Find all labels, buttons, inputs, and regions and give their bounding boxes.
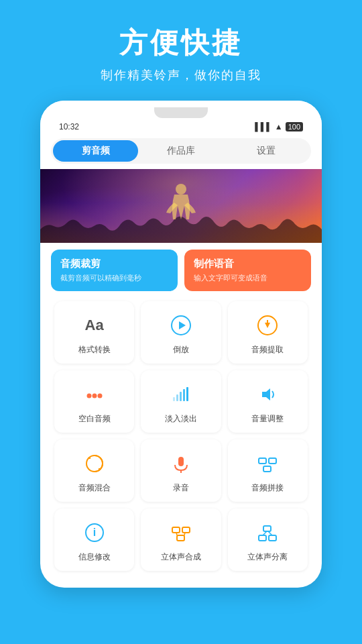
- performer-silhouette: [161, 182, 201, 236]
- svg-point-6: [86, 394, 91, 398]
- fade-label: 淡入淡出: [165, 413, 197, 425]
- format-convert-label: 格式转换: [78, 344, 111, 356]
- svg-point-7: [92, 394, 97, 398]
- card-tts-title: 制作语音: [194, 258, 302, 270]
- mix-label: 音频混合: [78, 482, 111, 494]
- concert-banner: [40, 169, 322, 243]
- svg-rect-24: [182, 527, 190, 533]
- grid-mix[interactable]: 音频混合: [54, 439, 134, 502]
- svg-line-26: [176, 533, 177, 535]
- svg-marker-2: [179, 321, 186, 329]
- splice-label: 音频拼接: [251, 482, 284, 494]
- grid-blank-audio[interactable]: 空白音频: [54, 370, 134, 433]
- grid-reverse[interactable]: 倒放: [141, 301, 221, 364]
- card-cut-audio[interactable]: 音频裁剪 截剪音频可以精确到毫秒: [51, 250, 178, 291]
- svg-rect-20: [263, 466, 271, 472]
- svg-rect-10: [176, 394, 178, 401]
- tab-cut-audio[interactable]: 剪音频: [53, 140, 138, 162]
- grid-info-edit[interactable]: i 信息修改: [54, 508, 134, 571]
- volume-label: 音量调整: [251, 413, 284, 425]
- svg-point-8: [97, 394, 102, 398]
- phone-top: 10:32 ▌▌▌ ▲ 100: [40, 101, 322, 133]
- grid-record[interactable]: 录音: [141, 439, 221, 502]
- card-tts[interactable]: 制作语音 输入文字即可变成语音: [184, 250, 311, 291]
- svg-rect-23: [172, 527, 180, 533]
- svg-rect-19: [269, 458, 276, 464]
- grid-fade[interactable]: 淡入淡出: [141, 370, 221, 433]
- svg-line-27: [184, 533, 185, 535]
- stereo-mix-label: 立体声合成: [161, 551, 201, 563]
- volume-icon: [253, 380, 282, 409]
- grid-stereo-split[interactable]: 立体声分离: [228, 508, 308, 571]
- status-icons: ▌▌▌ ▲ 100: [255, 122, 303, 131]
- svg-rect-28: [263, 526, 271, 531]
- header-subtitle: 制作精美铃声，做你的自我: [13, 67, 349, 83]
- extract-audio-icon: [253, 311, 282, 340]
- feature-cards: 音频裁剪 截剪音频可以精确到毫秒 制作语音 输入文字即可变成语音: [51, 250, 311, 291]
- header-title: 方便快捷: [13, 24, 349, 62]
- blank-audio-label: 空白音频: [78, 413, 111, 425]
- reverse-icon: [166, 311, 196, 340]
- svg-rect-30: [269, 535, 276, 541]
- card-cut-desc: 截剪音频可以精确到毫秒: [60, 273, 168, 283]
- reverse-label: 倒放: [173, 344, 189, 356]
- svg-rect-16: [178, 457, 184, 466]
- format-convert-icon: Aa: [80, 311, 109, 340]
- svg-rect-25: [177, 535, 184, 541]
- stereo-mix-icon: [166, 518, 196, 547]
- header: 方便快捷 制作精美铃声，做你的自我: [0, 0, 362, 94]
- grid-extract-audio[interactable]: 音频提取: [228, 301, 308, 364]
- blank-audio-icon: [80, 380, 109, 409]
- tab-bar: 剪音频 作品库 设置: [51, 138, 311, 164]
- status-bar: 10:32 ▌▌▌ ▲ 100: [54, 121, 308, 133]
- signal-icon: ▌▌▌: [255, 122, 272, 131]
- card-cut-title: 音频裁剪: [60, 258, 168, 270]
- svg-marker-4: [265, 323, 270, 328]
- tab-settings[interactable]: 设置: [224, 140, 309, 162]
- phone-notch: [154, 107, 208, 118]
- mix-icon: [80, 449, 109, 478]
- svg-marker-14: [262, 388, 270, 400]
- fade-icon: [166, 380, 196, 409]
- svg-rect-9: [173, 397, 175, 401]
- info-edit-icon: i: [80, 518, 109, 547]
- svg-text:i: i: [93, 527, 95, 538]
- grid-splice[interactable]: 音频拼接: [228, 439, 308, 502]
- features-grid: Aa 格式转换 倒放 音频提取: [51, 298, 311, 574]
- wifi-icon: ▲: [275, 122, 283, 131]
- svg-rect-12: [183, 389, 185, 401]
- stereo-split-label: 立体声分离: [247, 551, 288, 563]
- card-tts-desc: 输入文字即可变成语音: [194, 273, 302, 283]
- status-time: 10:32: [59, 122, 79, 131]
- svg-rect-11: [180, 392, 182, 401]
- svg-point-0: [176, 184, 186, 195]
- svg-rect-29: [259, 535, 266, 541]
- extract-audio-label: 音频提取: [251, 344, 284, 356]
- phone-mockup: 10:32 ▌▌▌ ▲ 100 剪音频 作品库 设置 音频: [40, 101, 322, 588]
- stereo-split-icon: [253, 518, 282, 547]
- record-label: 录音: [173, 482, 189, 494]
- info-edit-label: 信息修改: [78, 551, 111, 563]
- svg-rect-13: [186, 387, 188, 401]
- grid-stereo-mix[interactable]: 立体声合成: [141, 508, 221, 571]
- record-icon: [166, 449, 196, 478]
- tab-works[interactable]: 作品库: [138, 140, 223, 162]
- battery-icon: 100: [286, 122, 303, 131]
- grid-volume[interactable]: 音量调整: [228, 370, 308, 433]
- svg-rect-18: [259, 458, 266, 464]
- grid-format-convert[interactable]: Aa 格式转换: [54, 301, 134, 364]
- splice-icon: [253, 449, 282, 478]
